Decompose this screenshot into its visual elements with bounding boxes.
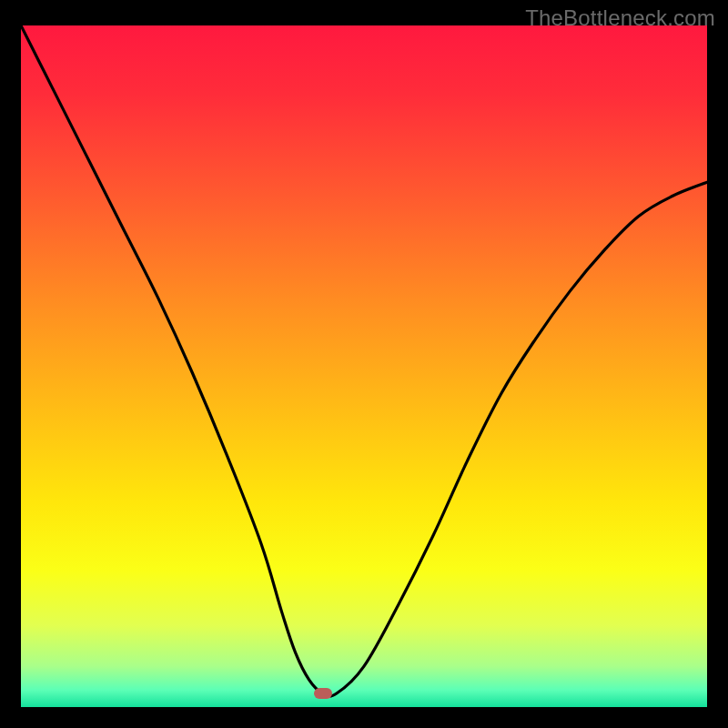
bottleneck-plot xyxy=(21,25,707,707)
optimal-point-marker xyxy=(314,688,332,699)
chart-frame: TheBottleneck.com xyxy=(0,0,728,728)
gradient-panel xyxy=(21,25,707,707)
